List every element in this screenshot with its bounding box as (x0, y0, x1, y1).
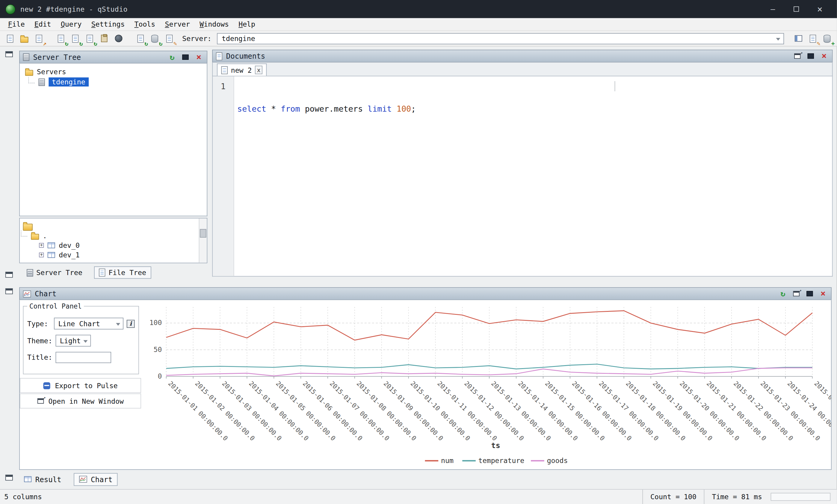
add-server-db-icon (823, 34, 831, 42)
new-document-icon (6, 34, 13, 42)
count-value: Count = 100 (651, 493, 696, 501)
svg-text:50: 50 (154, 346, 162, 353)
close-panel-button[interactable]: × (819, 51, 829, 61)
chart-theme-select[interactable]: Light (55, 335, 91, 347)
chart-icon (23, 290, 31, 297)
folder-icon (23, 224, 33, 230)
documents-panel: Documents ↗ × new 2 x 1 select * from po… (212, 50, 833, 277)
tab-close-button[interactable]: x (255, 66, 263, 74)
sql-editor[interactable]: 1 select * from power.meters limit 100; (212, 76, 833, 277)
tab-file-tree[interactable]: File Tree (94, 266, 151, 279)
maximize-panel-button[interactable] (805, 289, 815, 298)
dock-handle-icon[interactable] (5, 288, 13, 294)
new-window-icon: ↗ (37, 398, 43, 404)
server-combobox[interactable]: tdengine (217, 33, 784, 44)
restore-panel-icon[interactable] (5, 475, 13, 481)
expand-icon[interactable]: + (39, 252, 44, 257)
refresh-panel-button[interactable]: ↻ (778, 289, 788, 298)
maximize-panel-button[interactable] (806, 51, 816, 61)
theme-row: Theme: Light (27, 335, 135, 347)
tree-node-dev1[interactable]: + dev_1 (39, 250, 207, 260)
tree-node-dot[interactable]: . (33, 231, 207, 240)
open-in-new-window-label: Open in New Window (49, 397, 124, 405)
refresh-panel-button[interactable]: ↻ (167, 52, 177, 62)
tree-node-servers[interactable]: Servers (25, 67, 207, 77)
refresh-document-button[interactable]: ↻ (135, 33, 146, 44)
line-number: 1 (213, 81, 234, 92)
tab-new-2[interactable]: new 2 x (217, 63, 267, 76)
chart-type-select[interactable]: Line Chart (54, 318, 123, 329)
minimize-button[interactable]: — (761, 0, 784, 18)
code-token: * (266, 104, 281, 114)
panel-layout-icon (795, 35, 802, 42)
chart-title-input[interactable] (55, 352, 111, 363)
scrollbar-thumb[interactable] (200, 229, 206, 238)
menu-server[interactable]: Server (160, 18, 195, 31)
edit-document-button[interactable]: ✎ (164, 33, 175, 44)
toggle-panel-button[interactable] (793, 33, 804, 44)
chart-theme-value: Light (60, 337, 81, 345)
new-document-button[interactable] (4, 33, 15, 44)
menu-tools[interactable]: Tools (129, 18, 160, 31)
vertical-scrollbar[interactable] (199, 219, 207, 263)
edit-page-icon (166, 34, 172, 42)
tab-server-tree[interactable]: Server Tree (22, 267, 87, 278)
tree-node-root-folder[interactable] (23, 221, 207, 231)
status-right: Count = 100 Time = 81 ms (642, 490, 837, 504)
code-token: select (237, 104, 266, 114)
refresh-server-button[interactable]: ↻ (149, 33, 160, 44)
menu-settings[interactable]: Settings (87, 18, 130, 31)
add-server-button[interactable]: + (821, 33, 833, 44)
close-panel-button[interactable]: × (194, 52, 204, 62)
type-row: Type: Line Chart i (27, 318, 135, 329)
menu-windows[interactable]: Windows (195, 18, 234, 31)
open-in-new-window-button[interactable]: ↗ Open in New Window (20, 394, 141, 409)
tree-node-tdengine[interactable]: tdengine (40, 77, 207, 87)
tree-connector (21, 230, 27, 237)
menu-help[interactable]: Help (234, 18, 260, 31)
menu-edit[interactable]: Edit (30, 18, 56, 31)
stop-icon (115, 35, 122, 42)
columns-status: 5 columns (4, 493, 42, 501)
tab-chart[interactable]: Chart (74, 473, 118, 486)
tab-label: File Tree (108, 268, 146, 277)
open-file-button[interactable] (19, 33, 30, 44)
document-tabstrip: new 2 x (212, 62, 833, 76)
info-icon[interactable]: i (127, 320, 135, 328)
edit-server-button[interactable]: ✎ (807, 33, 818, 44)
dock-handle-icon[interactable] (5, 51, 13, 57)
code-area[interactable]: select * from power.meters limit 100; (234, 76, 832, 276)
maximize-panel-icon (182, 54, 189, 60)
chart-type-value: Line Chart (58, 320, 100, 328)
popout-panel-button[interactable]: ↗ (791, 289, 801, 298)
count-status: Count = 100 (642, 490, 704, 504)
save-arrow-icon: ↗ (43, 40, 47, 46)
save-icon (36, 34, 42, 42)
tree-node-dev0[interactable]: + dev_0 (39, 240, 207, 250)
server-combobox-value: tdengine (222, 34, 255, 42)
database-icon (151, 34, 158, 42)
popout-panel-button[interactable]: ↗ (793, 51, 802, 61)
run-query-button[interactable]: ↻ (55, 33, 66, 44)
refresh-document-icon: ↻ (144, 40, 148, 46)
paste-button[interactable] (98, 33, 109, 44)
tab-label: Chart (91, 475, 113, 484)
restore-panel-icon[interactable] (5, 272, 13, 278)
tab-result[interactable]: Result (19, 473, 66, 485)
chart-titlebar: Chart ↻ ↗ × (19, 287, 832, 300)
run-line-button[interactable]: ↻ (70, 33, 81, 44)
expand-icon[interactable]: + (39, 243, 44, 247)
export-to-pulse-button[interactable]: Export to Pulse (20, 378, 141, 393)
maximize-panel-button[interactable] (181, 52, 190, 62)
close-button[interactable]: × (808, 0, 831, 18)
code-token: from (281, 104, 300, 114)
popout-icon: ↗ (794, 53, 800, 59)
stop-query-button[interactable] (113, 33, 124, 44)
menu-file[interactable]: File (3, 18, 30, 31)
run-file-button[interactable]: ↻ (84, 33, 95, 44)
menu-query[interactable]: Query (56, 18, 87, 31)
close-panel-button[interactable]: × (818, 289, 828, 298)
maximize-button[interactable] (785, 0, 808, 18)
code-line: select * from power.meters limit 100; (237, 104, 832, 115)
save-button[interactable]: ↗ (33, 33, 44, 44)
